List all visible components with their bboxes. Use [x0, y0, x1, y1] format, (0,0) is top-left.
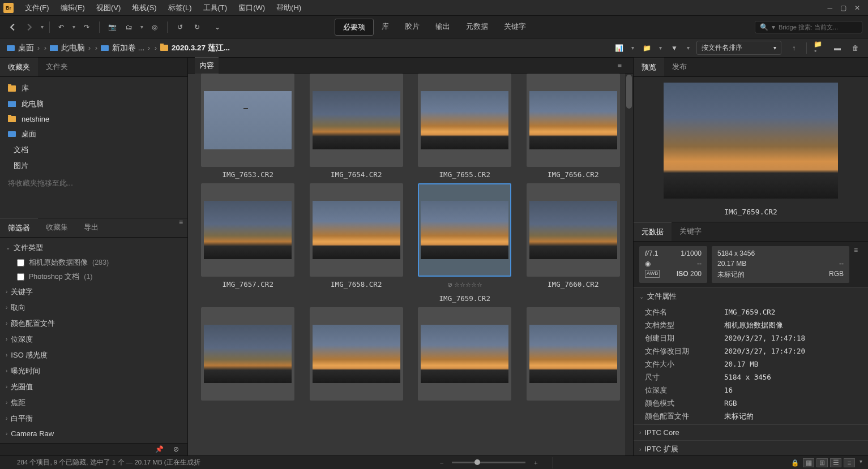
thumbnail-6[interactable]: ⊘ ☆☆☆☆☆IMG_7659.CR2	[413, 183, 517, 303]
favorite-1[interactable]: 此电脑	[0, 96, 187, 112]
minimize-button[interactable]: ─	[827, 4, 832, 12]
thumbnail-11[interactable]	[521, 307, 626, 401]
workspace-more-button[interactable]: ⌄	[212, 21, 223, 33]
zoom-slider[interactable]	[452, 462, 525, 463]
nav-dropdown[interactable]: ▾	[41, 24, 44, 30]
view-thumb-button[interactable]: ⊞	[816, 458, 828, 467]
maximize-button[interactable]: ▢	[840, 4, 846, 12]
filter-section-4[interactable]: ›位深度	[0, 332, 187, 347]
open-camera-raw-button[interactable]: ◎	[149, 21, 160, 33]
filter-section-5[interactable]: ›ISO 感光度	[0, 347, 187, 363]
batch-icon[interactable]: 🗂	[123, 21, 135, 33]
trash-button[interactable]: 🗑	[850, 42, 861, 54]
thumbnail-grid-area[interactable]: IMG_7653.CR2IMG_7654.CR2IMG_7655.CR2IMG_…	[188, 74, 633, 455]
reveal-parent-button[interactable]: ↶	[55, 21, 67, 33]
sort-dropdown[interactable]: 按文件名排序▾	[696, 41, 781, 55]
zoom-out-button[interactable]: −	[436, 457, 447, 468]
thumbnail-1[interactable]: IMG_7654.CR2	[305, 74, 409, 179]
breadcrumb-3[interactable]: 2020.3.27 莲江...	[160, 43, 230, 53]
open-recent-button[interactable]: ▬	[832, 42, 843, 54]
thumbnail-4[interactable]: IMG_7657.CR2	[196, 183, 300, 303]
workspace-tab-5[interactable]: 关键字	[496, 19, 534, 36]
metadata-panel-menu[interactable]: ≡	[854, 246, 862, 283]
menu-窗口(W)[interactable]: 窗口(W)	[233, 1, 271, 15]
camera-icon[interactable]: 📷	[106, 21, 118, 33]
nav-back-button[interactable]	[7, 21, 18, 33]
thumbnail-10[interactable]	[413, 307, 517, 401]
menu-文件(F)[interactable]: 文件(F)	[19, 1, 55, 15]
filter-section-6[interactable]: ›曝光时间	[0, 363, 187, 379]
filter-item-0-1[interactable]: Photoshop 文档 (1)	[0, 270, 187, 284]
filter-section-10[interactable]: ›Camera Raw	[0, 427, 187, 441]
cancel-icon[interactable]: ⊘	[170, 444, 182, 455]
left-tab-0[interactable]: 收藏夹	[0, 58, 38, 76]
preview-image[interactable]	[664, 83, 838, 199]
thumbnail-3[interactable]: IMG_7656.CR2	[521, 74, 626, 179]
search-input[interactable]	[779, 24, 857, 31]
preview-tab-0[interactable]: 预览	[634, 58, 664, 76]
filter-item-0-0[interactable]: 相机原始数据图像 (283)	[0, 256, 187, 270]
thumbnail-9[interactable]	[305, 307, 409, 401]
thumbnail-7[interactable]: IMG_7660.CR2	[521, 183, 626, 303]
workspace-tab-0[interactable]: 必要项	[335, 19, 374, 36]
favorite-3[interactable]: 桌面	[0, 126, 187, 142]
meta-section-IPTC 扩展[interactable]: ›IPTC 扩展	[634, 441, 868, 455]
metadata-tab-0[interactable]: 元数据	[634, 222, 672, 241]
menu-帮助(H)[interactable]: 帮助(H)	[271, 1, 307, 15]
menu-标签(L)[interactable]: 标签(L)	[163, 1, 198, 15]
menu-堆栈(S)[interactable]: 堆栈(S)	[126, 1, 162, 15]
breadcrumb-1[interactable]: 此电脑	[50, 43, 85, 53]
content-panel-menu[interactable]: ≡	[617, 61, 626, 70]
workspace-tab-2[interactable]: 胶片	[397, 19, 427, 36]
menu-工具(T)[interactable]: 工具(T)	[198, 1, 233, 15]
sort-asc-button[interactable]: ↑	[788, 42, 799, 54]
metadata-tab-1[interactable]: 关键字	[672, 222, 709, 241]
view-grid-button[interactable]: ▦	[803, 458, 814, 467]
nav-forward-button[interactable]	[24, 21, 35, 33]
view-detail-button[interactable]: ☰	[830, 458, 841, 467]
favorite-4[interactable]: 文档	[0, 142, 187, 158]
breadcrumb-2[interactable]: 新加卷 ...	[101, 43, 144, 53]
filter-section-2[interactable]: ›取向	[0, 300, 187, 316]
content-scrollbar[interactable]	[625, 74, 633, 455]
breadcrumb-0[interactable]: 桌面	[7, 43, 34, 53]
rotate-ccw-button[interactable]: ↺	[174, 21, 186, 33]
menu-视图(V)[interactable]: 视图(V)	[91, 1, 126, 15]
search-box[interactable]: 🔍▾	[755, 21, 862, 33]
file-properties-toggle[interactable]: ⌄文件属性	[634, 288, 868, 305]
filter-section-8[interactable]: ›焦距	[0, 395, 187, 411]
thumbnail-8[interactable]	[196, 307, 300, 401]
meta-section-IPTC Core[interactable]: ›IPTC Core	[634, 425, 868, 440]
new-folder-button[interactable]: 📁⁺	[814, 42, 825, 54]
filter-tab-1[interactable]: 收藏集	[38, 218, 76, 237]
preview-tab-1[interactable]: 发布	[664, 58, 695, 76]
filter-section-9[interactable]: ›白平衡	[0, 411, 187, 427]
view-lock-button[interactable]: 🔒	[789, 458, 801, 467]
label-filter-button[interactable]: 📁	[641, 42, 652, 54]
favorite-0[interactable]: 库	[0, 80, 187, 96]
workspace-tab-4[interactable]: 元数据	[458, 19, 496, 36]
favorite-2[interactable]: netshine	[0, 112, 187, 126]
filter-tab-2[interactable]: 导出	[76, 218, 106, 237]
workspace-tab-3[interactable]: 输出	[427, 19, 458, 36]
thumbnail-2[interactable]: IMG_7655.CR2	[413, 74, 517, 179]
content-tab[interactable]: 内容	[195, 57, 219, 74]
filter-tab-0[interactable]: 筛选器	[0, 218, 38, 237]
boomerang-button[interactable]: ↷	[81, 21, 92, 33]
filter-section-1[interactable]: ›关键字	[0, 284, 187, 300]
thumbnail-0[interactable]: IMG_7653.CR2	[196, 74, 300, 179]
thumbnail-5[interactable]: IMG_7658.CR2	[305, 183, 409, 303]
sort-filter-button[interactable]: ▼	[669, 42, 680, 54]
rotate-cw-button[interactable]: ↻	[191, 21, 203, 33]
filter-section-3[interactable]: ›颜色配置文件	[0, 316, 187, 332]
close-button[interactable]: ✕	[854, 4, 860, 12]
workspace-tab-1[interactable]: 库	[374, 19, 397, 36]
favorite-5[interactable]: 图片	[0, 158, 187, 174]
view-list-button[interactable]: ≡	[844, 458, 855, 467]
filter-section-0[interactable]: ⌄文件类型	[0, 240, 187, 256]
filter-panel-menu[interactable]: ≡	[179, 218, 187, 237]
left-tab-1[interactable]: 文件夹	[38, 58, 76, 76]
filter-section-7[interactable]: ›光圈值	[0, 379, 187, 395]
rating-bar[interactable]: ⊘ ☆☆☆☆☆	[447, 279, 482, 291]
menu-编辑(E)[interactable]: 编辑(E)	[55, 1, 91, 15]
